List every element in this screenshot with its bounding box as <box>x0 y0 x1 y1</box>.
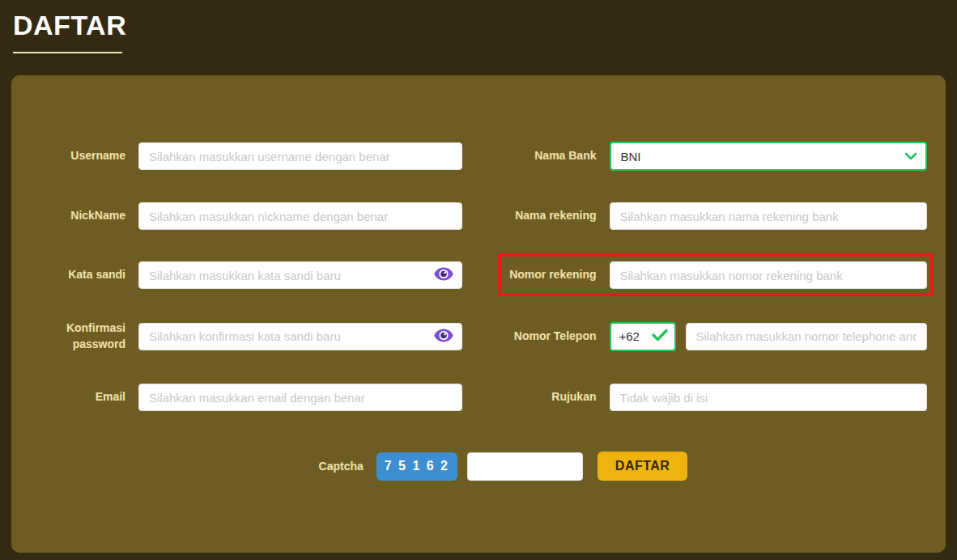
form-row-email: Email <box>11 384 462 411</box>
form-row-referral: Rujukan <box>477 384 928 411</box>
confirm-password-input[interactable] <box>138 323 462 350</box>
chevron-down-icon <box>904 152 917 160</box>
email-input[interactable] <box>138 384 462 411</box>
account-name-label: Nama rekening <box>477 208 610 224</box>
nickname-label: NickName <box>11 208 138 224</box>
username-label: Username <box>11 148 138 164</box>
phone-country-code-box[interactable]: +62 <box>610 322 676 351</box>
captcha-label: Captcha <box>319 460 364 473</box>
phone-country-code: +62 <box>619 329 640 343</box>
page-title: DAFTAR <box>13 10 957 41</box>
confirm-password-visibility-toggle[interactable] <box>433 329 454 345</box>
phone-input[interactable] <box>686 323 928 350</box>
bank-name-label: Nama Bank <box>477 148 610 164</box>
account-number-label: Nomor rekening <box>477 267 610 283</box>
password-visibility-toggle[interactable] <box>433 267 454 283</box>
form-row-password: Kata sandi <box>11 261 462 289</box>
account-name-input[interactable] <box>610 202 928 230</box>
page-header: DAFTAR <box>0 0 957 53</box>
form-row-username: Username <box>11 142 462 171</box>
form-row-account-number: Nomor rekening <box>477 261 928 289</box>
eye-icon <box>434 329 453 345</box>
username-input[interactable] <box>138 142 462 170</box>
form-grid: Username Nama Bank BNI NickN <box>11 142 927 411</box>
account-number-input[interactable] <box>610 261 928 289</box>
eye-icon <box>434 267 453 283</box>
form-row-nickname: NickName <box>11 202 462 230</box>
title-underline <box>13 52 122 53</box>
form-row-bank-name: Nama Bank BNI <box>477 142 928 171</box>
bank-name-select[interactable]: BNI <box>610 142 928 171</box>
email-label: Email <box>11 389 138 405</box>
password-label: Kata sandi <box>11 267 138 283</box>
daftar-submit-button[interactable]: DAFTAR <box>598 452 688 481</box>
referral-label: Rujukan <box>477 389 610 405</box>
referral-input[interactable] <box>610 384 928 411</box>
password-input[interactable] <box>138 261 462 289</box>
registration-form-panel: Username Nama Bank BNI NickN <box>11 75 946 553</box>
form-row-phone: Nomor Telepon +62 <box>477 320 928 352</box>
nickname-input[interactable] <box>138 202 462 230</box>
confirm-password-label: Konfirmasi password <box>11 320 138 352</box>
captcha-row: Captcha 7 5 1 6 2 DAFTAR <box>45 452 957 481</box>
form-row-account-name: Nama rekening <box>477 202 928 230</box>
captcha-code-display: 7 5 1 6 2 <box>376 452 457 481</box>
captcha-input[interactable] <box>467 452 583 481</box>
phone-label: Nomor Telepon <box>477 329 610 345</box>
form-row-confirm-password: Konfirmasi password <box>11 320 462 352</box>
check-icon <box>652 329 668 344</box>
bank-name-value: BNI <box>621 150 641 163</box>
